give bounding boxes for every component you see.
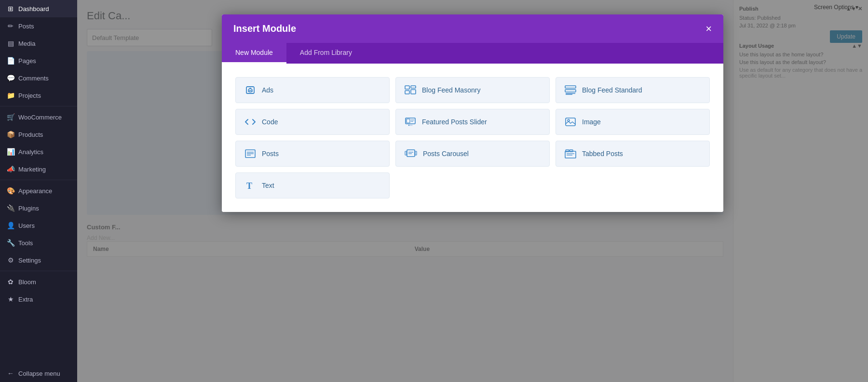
svg-rect-23 — [407, 150, 415, 157]
posts-carousel-icon — [405, 149, 417, 158]
image-icon — [565, 118, 576, 126]
dashboard-icon: ⊞ — [7, 5, 14, 13]
sidebar-item-dashboard[interactable]: ⊞ Dashboard — [0, 0, 77, 17]
sidebar-item-pages[interactable]: 📄 Pages — [0, 52, 77, 69]
sidebar-item-projects[interactable]: 📁 Projects — [0, 87, 77, 104]
module-item-tabbed-posts[interactable]: Tabbed Posts — [556, 141, 710, 167]
comments-icon: 💬 — [7, 74, 14, 82]
svg-rect-4 — [405, 91, 409, 94]
tab-new-module[interactable]: New Module — [222, 43, 286, 64]
blog-feed-masonry-label: Blog Feed Masonry — [422, 86, 480, 94]
svg-rect-30 — [570, 150, 573, 152]
extra-icon: ★ — [7, 295, 14, 303]
module-grid: Ads Blog Feed Masonry — [235, 77, 710, 198]
sidebar-item-products[interactable]: 📦 Products — [0, 126, 77, 143]
module-item-posts-carousel[interactable]: Posts Carousel — [395, 141, 550, 167]
tabbed-posts-label: Tabbed Posts — [582, 150, 623, 158]
svg-rect-28 — [565, 151, 576, 158]
sidebar-item-collapse[interactable]: ← Collapse menu — [0, 365, 77, 382]
ads-label: Ads — [262, 86, 273, 94]
module-item-blog-feed-masonry[interactable]: Blog Feed Masonry — [395, 77, 550, 103]
svg-rect-24 — [405, 151, 407, 155]
blog-feed-standard-label: Blog Feed Standard — [582, 86, 642, 94]
svg-point-14 — [408, 125, 409, 126]
sidebar-item-users[interactable]: 👤 Users — [0, 217, 77, 234]
svg-rect-11 — [407, 119, 410, 123]
posts-carousel-label: Posts Carousel — [423, 150, 469, 158]
bloom-icon: ✿ — [7, 278, 14, 286]
sidebar-item-analytics[interactable]: 📊 Analytics — [0, 143, 77, 160]
posts-module-icon — [244, 149, 256, 158]
modal-tabs: New Module Add From Library — [222, 43, 723, 64]
image-label: Image — [582, 118, 601, 126]
code-label: Code — [262, 118, 278, 126]
modal-close-button[interactable]: × — [705, 24, 712, 34]
tab-add-from-library[interactable]: Add From Library — [286, 43, 366, 64]
sidebar-divider-3 — [0, 271, 77, 271]
sidebar-divider-2 — [0, 180, 77, 180]
sidebar-item-comments[interactable]: 💬 Comments — [0, 69, 77, 87]
featured-posts-slider-icon — [405, 117, 416, 127]
settings-icon: ⚙ — [7, 256, 14, 264]
tabbed-posts-icon — [565, 149, 576, 158]
svg-rect-2 — [405, 86, 409, 89]
sidebar-item-settings[interactable]: ⚙ Settings — [0, 251, 77, 269]
sidebar-item-bloom[interactable]: ✿ Bloom — [0, 273, 77, 290]
tools-icon: 🔧 — [7, 239, 14, 247]
media-icon: ▤ — [7, 40, 14, 47]
sidebar-item-marketing[interactable]: 📣 Marketing — [0, 160, 77, 178]
sidebar-item-appearance[interactable]: 🎨 Appearance — [0, 182, 77, 199]
svg-rect-1 — [249, 91, 251, 92]
sidebar-item-woocommerce[interactable]: 🛒 WooCommerce — [0, 108, 77, 126]
posts-icon: ✏ — [7, 22, 14, 30]
sidebar: ⊞ Dashboard ✏ Posts ▤ Media 📄 Pages 💬 Co… — [0, 0, 77, 382]
module-item-ads[interactable]: Ads — [235, 77, 390, 103]
sidebar-bottom: ← Collapse menu — [0, 365, 77, 382]
module-item-blog-feed-standard[interactable]: Blog Feed Standard — [556, 77, 710, 103]
plugins-icon: 🔌 — [7, 204, 14, 212]
svg-point-15 — [410, 125, 411, 126]
svg-rect-25 — [415, 151, 417, 155]
module-item-image[interactable]: Image — [556, 109, 710, 135]
svg-rect-5 — [411, 90, 416, 94]
featured-posts-slider-label: Featured Posts Slider — [422, 118, 487, 126]
users-icon: 👤 — [7, 222, 14, 229]
svg-rect-29 — [566, 150, 569, 152]
woocommerce-icon: 🛒 — [7, 113, 14, 121]
products-icon: 📦 — [7, 131, 14, 138]
module-item-featured-posts-slider[interactable]: Featured Posts Slider — [395, 109, 550, 135]
svg-rect-6 — [565, 86, 576, 88]
modal-header: Insert Module × — [222, 14, 723, 43]
sidebar-item-media[interactable]: ▤ Media — [0, 35, 77, 52]
svg-rect-17 — [566, 118, 575, 126]
sidebar-item-plugins[interactable]: 🔌 Plugins — [0, 199, 77, 217]
module-item-posts[interactable]: Posts — [235, 141, 390, 167]
sidebar-item-posts[interactable]: ✏ Posts — [0, 17, 77, 35]
modal-title: Insert Module — [233, 23, 296, 34]
sidebar-divider-1 — [0, 106, 77, 106]
projects-icon: 📁 — [7, 92, 14, 99]
modal-overlay: Insert Module × New Module Add From Libr… — [77, 0, 868, 382]
appearance-icon: 🎨 — [7, 187, 14, 195]
svg-rect-7 — [565, 90, 576, 92]
module-item-code[interactable]: Code — [235, 109, 390, 135]
sidebar-item-extra[interactable]: ★ Extra — [0, 290, 77, 308]
modal-body: Ads Blog Feed Masonry — [222, 64, 723, 212]
module-item-text[interactable]: T Text — [235, 172, 390, 198]
svg-rect-0 — [246, 87, 254, 93]
svg-text:T: T — [246, 181, 252, 190]
code-icon — [244, 118, 256, 126]
main-area: Edit Ca... Default Template ℹ Custom F..… — [77, 0, 868, 382]
analytics-icon: 📊 — [7, 148, 14, 156]
collapse-icon: ← — [7, 369, 14, 377]
ads-icon — [244, 85, 256, 95]
posts-module-label: Posts — [262, 150, 279, 158]
pages-icon: 📄 — [7, 57, 14, 65]
svg-point-16 — [411, 125, 412, 126]
text-label: Text — [262, 182, 274, 189]
insert-module-modal: Insert Module × New Module Add From Libr… — [222, 14, 723, 212]
svg-rect-3 — [411, 86, 416, 88]
blog-feed-masonry-icon — [405, 85, 416, 95]
marketing-icon: 📣 — [7, 165, 14, 173]
sidebar-item-tools[interactable]: 🔧 Tools — [0, 234, 77, 251]
